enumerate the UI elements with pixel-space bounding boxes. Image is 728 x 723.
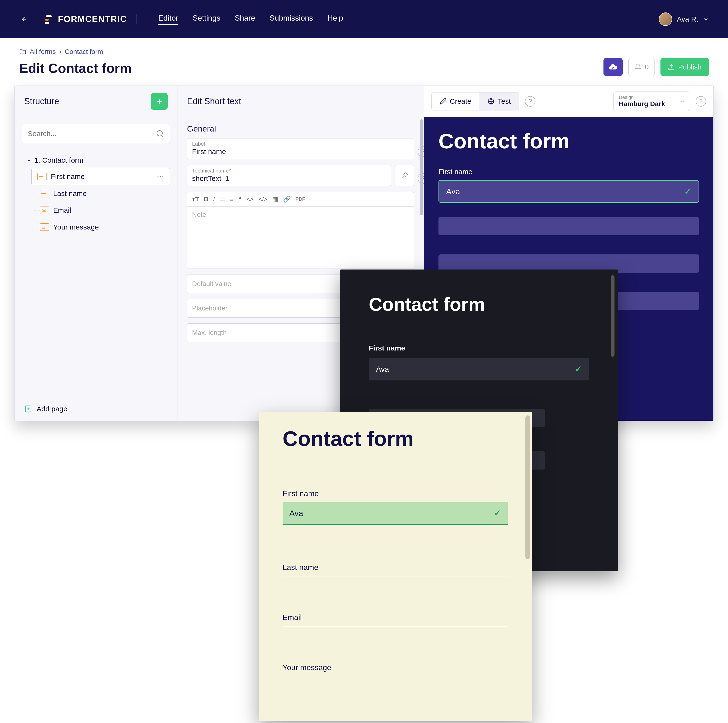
link-icon[interactable]: 🔗: [283, 196, 291, 203]
bullet-list-icon[interactable]: ☰: [220, 196, 225, 203]
heading-icon[interactable]: ᴛT: [191, 196, 199, 203]
email-field-icon: [40, 207, 49, 214]
rtf-toolbar: ᴛT B I ☰ ≡ ❝ <> </> ▦ 🔗 PDF: [187, 192, 414, 207]
preview-email-input[interactable]: [283, 626, 508, 627]
pdf-icon[interactable]: PDF: [295, 196, 305, 202]
breadcrumb-current: Contact form: [65, 48, 103, 55]
preview-field[interactable]: [439, 217, 699, 235]
text-field-icon: [40, 190, 49, 198]
scrollbar[interactable]: [611, 275, 615, 357]
structure-tree: 1. Contact form First name ⋯ Last name E…: [15, 148, 177, 397]
nav-help[interactable]: Help: [327, 14, 343, 25]
nav-settings[interactable]: Settings: [193, 14, 220, 25]
tab-test[interactable]: Test: [479, 92, 519, 110]
scrollbar[interactable]: [525, 415, 530, 559]
image-icon[interactable]: ▦: [272, 196, 278, 203]
tree-item-firstname[interactable]: First name ⋯: [31, 168, 170, 185]
label-input-wrap[interactable]: Label: [187, 138, 414, 159]
item-menu-icon[interactable]: ⋯: [157, 172, 164, 181]
add-page-button[interactable]: Add page: [15, 397, 177, 421]
textarea-field-icon: [40, 223, 49, 231]
user-name: Ava R.: [677, 15, 699, 23]
folder-icon: [19, 48, 26, 55]
logo-text: FORMCENTRIC: [58, 14, 127, 24]
breadcrumb-root[interactable]: All forms: [30, 48, 56, 55]
add-page-icon: [24, 405, 32, 413]
add-element-button[interactable]: +: [151, 93, 168, 110]
save-status-button[interactable]: [604, 58, 622, 76]
codeblock-icon[interactable]: </>: [258, 196, 268, 203]
check-icon: ✓: [684, 186, 691, 196]
globe-icon: [488, 98, 494, 105]
preview-message-label: Your message: [283, 663, 508, 672]
user-menu[interactable]: Ava R.: [659, 12, 709, 26]
chevron-down-icon: [680, 98, 685, 104]
tab-create[interactable]: Create: [431, 92, 479, 110]
magic-wand-icon: [401, 172, 408, 179]
structure-title: Structure: [24, 96, 59, 106]
structure-panel: Structure + 1. Contact form First name ⋯…: [15, 86, 177, 421]
tree-root[interactable]: 1. Contact form: [22, 153, 170, 168]
notifications-button[interactable]: 0: [629, 58, 655, 76]
back-button[interactable]: [19, 14, 30, 25]
upload-icon: [668, 63, 675, 70]
scrollbar[interactable]: [420, 119, 423, 215]
techname-input-wrap[interactable]: Technical name*: [187, 165, 391, 186]
preview-mode-tabs: Create Test: [431, 92, 519, 110]
tree-item-lastname[interactable]: Last name: [34, 185, 170, 202]
note-textarea[interactable]: Note: [187, 207, 414, 269]
publish-label: Publish: [678, 63, 702, 71]
preview-firstname-input[interactable]: Ava ✓: [283, 502, 508, 525]
nav-submissions[interactable]: Submissions: [270, 14, 313, 25]
preview-form-title: Contact form: [369, 294, 589, 315]
bold-icon[interactable]: B: [204, 196, 208, 203]
svg-point-0: [157, 130, 162, 136]
logo-icon: [44, 14, 54, 24]
generate-name-button[interactable]: [395, 165, 414, 186]
edit-title: Edit Short text: [187, 96, 241, 106]
preview-lastname-input[interactable]: [283, 576, 508, 577]
page-header: All forms › Contact form Edit Contact fo…: [0, 38, 728, 86]
check-icon: ✓: [575, 364, 582, 374]
cloud-check-icon: [608, 62, 618, 72]
design-select[interactable]: Design Hamburg Dark: [613, 92, 690, 111]
text-field-icon: [37, 173, 47, 181]
preview-firstname-label: First name: [369, 344, 589, 352]
preview-firstname-label: First name: [439, 168, 699, 176]
tree-item-email[interactable]: Email: [34, 202, 170, 219]
preview-lastname-label: Last name: [283, 563, 508, 572]
code-icon[interactable]: <>: [246, 196, 254, 203]
pencil-icon: [440, 98, 447, 105]
italic-icon[interactable]: I: [213, 196, 215, 203]
logo[interactable]: FORMCENTRIC: [44, 14, 137, 24]
publish-button[interactable]: Publish: [661, 58, 709, 76]
help-icon[interactable]: ?: [696, 96, 706, 107]
number-list-icon[interactable]: ≡: [230, 196, 234, 203]
page-title: Edit Contact form: [19, 60, 132, 76]
chevron-down-icon: [703, 16, 709, 22]
nav-links: Editor Settings Share Submissions Help: [158, 14, 343, 25]
breadcrumb: All forms › Contact form: [19, 48, 132, 55]
chevron-down-icon: [27, 158, 31, 163]
header-actions: 0 Publish: [604, 58, 709, 76]
preview-firstname-input[interactable]: Ava ✓: [369, 358, 589, 380]
preview-firstname-label: First name: [283, 489, 508, 498]
search-icon: [156, 130, 164, 138]
preview-firstname-input[interactable]: Ava ✓: [439, 180, 699, 203]
techname-input[interactable]: [192, 175, 386, 182]
preview-form-title: Contact form: [283, 426, 508, 451]
bell-icon: [635, 63, 642, 70]
nav-editor[interactable]: Editor: [158, 14, 178, 25]
section-general: General: [177, 117, 424, 138]
top-nav: FORMCENTRIC Editor Settings Share Submis…: [0, 0, 728, 38]
label-input[interactable]: [192, 147, 409, 156]
preview-form-title: Contact form: [439, 129, 699, 153]
search-box[interactable]: [22, 124, 170, 143]
preview-frame-light: Contact form First name Ava ✓ Last name …: [258, 412, 532, 721]
search-input[interactable]: [28, 130, 156, 138]
nav-share[interactable]: Share: [235, 14, 255, 25]
tree-item-message[interactable]: Your message: [34, 219, 170, 236]
quote-icon[interactable]: ❝: [238, 196, 242, 203]
help-icon[interactable]: ?: [525, 96, 535, 107]
notif-count: 0: [645, 63, 649, 71]
